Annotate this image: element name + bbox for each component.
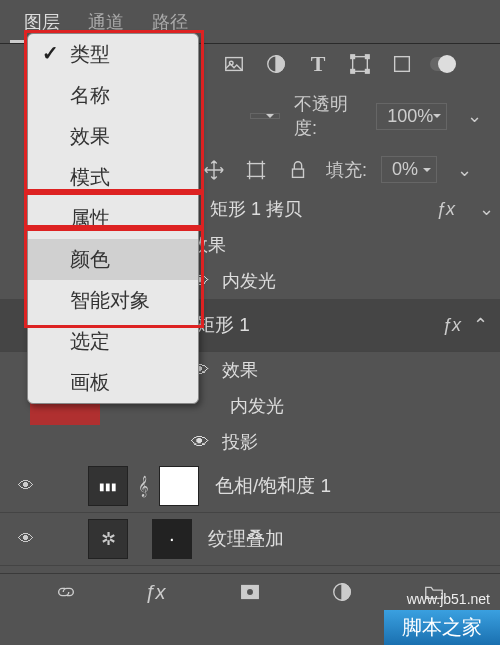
menu-item-selected[interactable]: 选定 (28, 321, 198, 362)
menu-item-attribute[interactable]: 属性 (28, 198, 198, 239)
artboard-lock-icon[interactable] (242, 158, 270, 182)
menu-item-smartobject[interactable]: 智能对象 (28, 280, 198, 321)
svg-rect-5 (366, 55, 370, 59)
visibility-icon[interactable]: 👁 (6, 530, 46, 548)
menu-item-effect[interactable]: 效果 (28, 116, 198, 157)
chevron-up-icon[interactable]: ⌃ (467, 314, 494, 336)
layer-name: 纹理叠加 (198, 526, 494, 552)
shape-filter-icon[interactable] (346, 52, 374, 76)
svg-rect-10 (293, 169, 304, 177)
layer-name: 矩形 1 拷贝 (210, 197, 424, 221)
mask-thumb: ٠ (152, 519, 192, 559)
text-filter-icon[interactable]: T (304, 52, 332, 76)
fx-badge: ƒx (442, 315, 467, 336)
svg-rect-4 (351, 55, 355, 59)
adjustment-filter-icon[interactable] (262, 52, 290, 76)
chevron-down-icon[interactable]: ⌄ (473, 198, 500, 220)
layer-name: 矩形 1 (186, 312, 442, 338)
lock-all-icon[interactable] (284, 158, 312, 182)
effect-name: 投影 (222, 430, 258, 454)
opacity-label: 不透明度: (294, 92, 362, 140)
link-layers-icon[interactable] (52, 580, 80, 604)
filter-toggle[interactable] (430, 57, 456, 71)
watermark-url: www.jb51.net (407, 591, 490, 607)
layer-name: 色相/饱和度 1 (205, 473, 494, 499)
smartobj-filter-icon[interactable] (388, 52, 416, 76)
adjustment-icon[interactable] (328, 580, 356, 604)
svg-rect-8 (395, 57, 410, 72)
menu-item-mode[interactable]: 模式 (28, 157, 198, 198)
watermark-text: 脚本之家 (384, 610, 500, 645)
shadow-row[interactable]: 👁 投影 (0, 424, 500, 460)
visibility-icon[interactable]: 👁 (190, 432, 210, 453)
layer-texture[interactable]: 👁 ✲ ٠ 纹理叠加 (0, 513, 500, 566)
svg-rect-6 (351, 70, 355, 74)
svg-point-12 (246, 588, 253, 595)
effect-name: 内发光 (230, 394, 284, 418)
image-filter-icon[interactable] (220, 52, 248, 76)
fx-icon[interactable]: ƒx (144, 580, 172, 604)
fx-badge: ƒx (436, 199, 461, 220)
mask-thumb (159, 466, 199, 506)
mask-icon[interactable] (236, 580, 264, 604)
svg-rect-7 (366, 70, 370, 74)
menu-item-type[interactable]: 类型 (28, 34, 198, 75)
fill-value[interactable]: 0% (381, 156, 437, 183)
move-lock-icon[interactable] (200, 158, 228, 182)
visibility-icon[interactable]: 👁 (6, 477, 46, 495)
svg-rect-9 (250, 163, 263, 176)
fill-chevron-icon[interactable]: ⌄ (451, 159, 478, 181)
effect-name: 内发光 (222, 269, 276, 293)
menu-item-color[interactable]: 颜色 (28, 239, 198, 280)
blend-mode-select[interactable] (250, 113, 280, 119)
menu-item-name[interactable]: 名称 (28, 75, 198, 116)
fill-label: 填充: (326, 158, 367, 182)
menu-item-artboard[interactable]: 画板 (28, 362, 198, 403)
filter-dropdown-menu: 类型 名称 效果 模式 属性 颜色 智能对象 选定 画板 (27, 33, 199, 404)
opacity-value[interactable]: 100% (376, 103, 447, 130)
layer-huesat[interactable]: 👁 ▮▮▮ 𝄞 色相/饱和度 1 (0, 460, 500, 513)
link-icon[interactable]: 𝄞 (134, 476, 153, 497)
opacity-chevron-icon[interactable]: ⌄ (461, 105, 488, 127)
layer-thumb: ✲ (88, 519, 128, 559)
effects-label: 效果 (222, 358, 258, 382)
adjustment-thumb: ▮▮▮ (88, 466, 128, 506)
